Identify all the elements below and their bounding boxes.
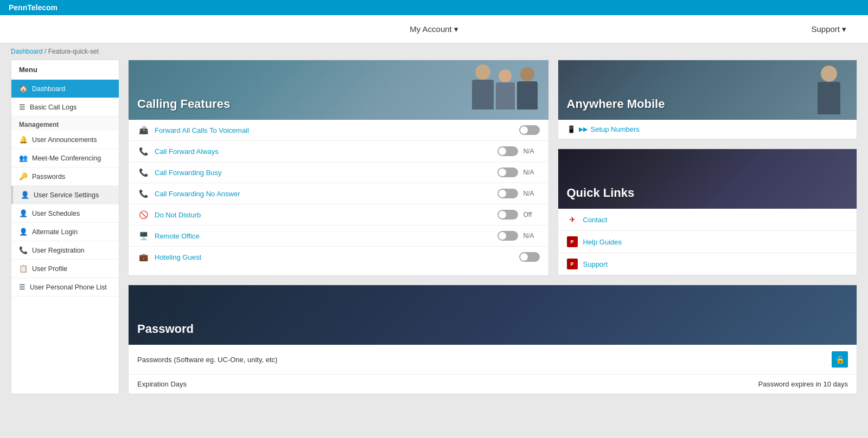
- support-link-row[interactable]: P Support: [558, 253, 857, 275]
- calling-features-image: [472, 65, 538, 110]
- calling-features-title: Calling Features: [137, 97, 230, 111]
- profile-icon: 📋: [19, 265, 28, 273]
- nav-bar: My Account ▾ Support ▾: [0, 15, 868, 43]
- sidebar-item-alternate-login[interactable]: 👤 Alternate Login: [11, 223, 119, 241]
- call-forwarding-busy-icon: 📞: [137, 168, 149, 177]
- breadcrumb-home[interactable]: Dashboard: [11, 48, 43, 55]
- breadcrumb-current: Feature-quick-set: [48, 48, 99, 55]
- logo: PennTelecom: [9, 3, 58, 12]
- contact-link: Contact: [583, 216, 608, 224]
- chevron-down-icon: ▾: [842, 24, 846, 34]
- help-guides-link: Help Guides: [583, 238, 622, 246]
- hoteling-guest-link[interactable]: Hoteling Guest: [155, 253, 514, 261]
- registration-icon: 📞: [19, 246, 28, 254]
- remote-office-icon: 🖥️: [137, 231, 149, 240]
- calling-features-card: Calling Features: [128, 60, 549, 276]
- main-layout: Menu 🏠 Dashboard ☰ Basic Call Logs Manag…: [0, 60, 868, 405]
- do-not-disturb-link[interactable]: Do Not Disturb: [155, 211, 492, 219]
- alt-login-icon: 👤: [19, 228, 28, 236]
- sidebar-item-user-registration[interactable]: 📞 User Registration: [11, 241, 119, 260]
- sidebar-item-user-personal-phone-list[interactable]: ☰ User Personal Phone List: [11, 278, 119, 297]
- sidebar-management-label: Management: [11, 117, 119, 131]
- mobile-phone-icon: 📱: [567, 125, 576, 133]
- remote-office-toggle[interactable]: [497, 231, 518, 241]
- sidebar-item-user-schedules[interactable]: 👤 User Schedules: [11, 204, 119, 223]
- schedule-icon: 👤: [19, 209, 28, 217]
- quick-links-header: Quick Links: [558, 149, 857, 209]
- my-account-nav[interactable]: My Account ▾: [410, 24, 458, 34]
- feature-row-forwarding-no-answer: 📞 Call Forwarding No Answer N/A: [129, 183, 548, 204]
- feature-row-forwarding-busy: 📞 Call Forwarding Busy N/A: [129, 162, 548, 183]
- anywhere-mobile-card: Anywhere Mobile 📱 ▶▶ Setup Numbers: [558, 60, 858, 140]
- sidebar: Menu 🏠 Dashboard ☰ Basic Call Logs Manag…: [11, 60, 119, 394]
- announcement-icon: 🔔: [19, 136, 28, 144]
- call-forwarding-no-answer-value: N/A: [524, 190, 540, 197]
- feature-row-voicemail: 📠 Forward All Calls To Voicemail: [129, 120, 548, 141]
- call-forward-always-link[interactable]: Call Forward Always: [155, 147, 492, 156]
- expiration-label: Expiration Days: [137, 380, 187, 388]
- forward-voicemail-toggle[interactable]: [519, 125, 540, 135]
- call-forward-always-toggle[interactable]: [497, 146, 518, 156]
- quick-links-card: Quick Links ✈ Contact P Help Guides P Su…: [558, 149, 858, 276]
- anywhere-mobile-title: Anywhere Mobile: [567, 97, 665, 111]
- top-bar: PennTelecom: [0, 0, 868, 15]
- sidebar-item-dashboard[interactable]: 🏠 Dashboard: [11, 80, 119, 98]
- dnd-icon: 🚫: [137, 210, 149, 219]
- contact-link-row[interactable]: ✈ Contact: [558, 209, 857, 231]
- hoteling-icon: 💼: [137, 253, 149, 261]
- bottom-row: Password Passwords (Software eg. UC-One,…: [128, 285, 857, 394]
- sidebar-item-meet-me-conferencing[interactable]: 👥 Meet-Me Conferencing: [11, 149, 119, 168]
- breadcrumb: Dashboard / Feature-quick-set: [0, 43, 868, 60]
- call-forwarding-no-answer-link[interactable]: Call Forwarding No Answer: [155, 190, 492, 198]
- anywhere-mobile-header: Anywhere Mobile: [558, 60, 857, 120]
- setup-numbers-label: Setup Numbers: [591, 125, 640, 133]
- contact-icon: ✈: [567, 214, 578, 225]
- setup-numbers-row[interactable]: 📱 ▶▶ Setup Numbers: [558, 120, 857, 139]
- calling-features-header: Calling Features: [129, 60, 548, 120]
- feature-row-hoteling: 💼 Hoteling Guest: [129, 247, 548, 267]
- call-forwarding-no-answer-toggle[interactable]: [497, 189, 518, 198]
- call-forward-always-icon: 📞: [137, 147, 149, 156]
- call-forwarding-busy-link[interactable]: Call Forwarding Busy: [155, 169, 492, 177]
- password-label: Passwords (Software eg. UC-One, unity, e…: [137, 356, 277, 364]
- quick-links-title: Quick Links: [567, 186, 635, 200]
- remote-office-value: N/A: [524, 232, 540, 240]
- user-settings-icon: 👤: [21, 191, 29, 199]
- feature-row-forward-always: 📞 Call Forward Always N/A: [129, 141, 548, 162]
- voicemail-icon: 📠: [137, 126, 149, 134]
- sidebar-item-user-announcements[interactable]: 🔔 User Announcements: [11, 131, 119, 149]
- conference-icon: 👥: [19, 154, 28, 162]
- hoteling-toggle[interactable]: [519, 252, 540, 262]
- password-header: Password: [129, 285, 857, 345]
- phone-list-icon: ☰: [19, 283, 25, 291]
- call-forwarding-busy-toggle[interactable]: [497, 168, 518, 177]
- chevron-down-icon: ▾: [454, 24, 458, 34]
- sidebar-menu-label: Menu: [11, 60, 119, 80]
- forward-voicemail-link[interactable]: Forward All Calls To Voicemail: [155, 126, 514, 134]
- support-nav[interactable]: Support ▾: [811, 24, 846, 34]
- sidebar-item-basic-call-logs[interactable]: ☰ Basic Call Logs: [11, 98, 119, 117]
- content-area: Calling Features: [128, 60, 857, 394]
- penn-shield-icon: P: [567, 236, 578, 247]
- sidebar-item-passwords[interactable]: 🔑 Passwords: [11, 168, 119, 186]
- password-card: Password Passwords (Software eg. UC-One,…: [128, 285, 857, 394]
- home-icon: 🏠: [19, 85, 28, 93]
- dnd-toggle[interactable]: [497, 210, 518, 220]
- expiration-row: Expiration Days Password expires in 10 d…: [129, 375, 857, 394]
- key-icon: 🔑: [19, 172, 28, 181]
- call-forward-always-value: N/A: [524, 147, 540, 155]
- password-title: Password: [137, 322, 194, 336]
- feature-row-remote-office: 🖥️ Remote Office N/A: [129, 226, 548, 247]
- nav-center: My Account ▾: [410, 24, 458, 34]
- support-link: Support: [583, 260, 608, 268]
- help-guides-link-row[interactable]: P Help Guides: [558, 231, 857, 253]
- right-column: Anywhere Mobile 📱 ▶▶ Setup Numbers: [558, 60, 858, 276]
- lock-button[interactable]: 🔒: [832, 351, 848, 368]
- password-row: Passwords (Software eg. UC-One, unity, e…: [129, 345, 857, 375]
- remote-office-link[interactable]: Remote Office: [155, 232, 492, 240]
- call-forwarding-busy-value: N/A: [524, 169, 540, 176]
- sidebar-item-user-service-settings[interactable]: 👤 User Service Settings: [11, 186, 119, 204]
- feature-row-dnd: 🚫 Do Not Disturb Off: [129, 204, 548, 226]
- sidebar-item-user-profile[interactable]: 📋 User Profile: [11, 260, 119, 278]
- breadcrumb-separator: /: [44, 48, 48, 55]
